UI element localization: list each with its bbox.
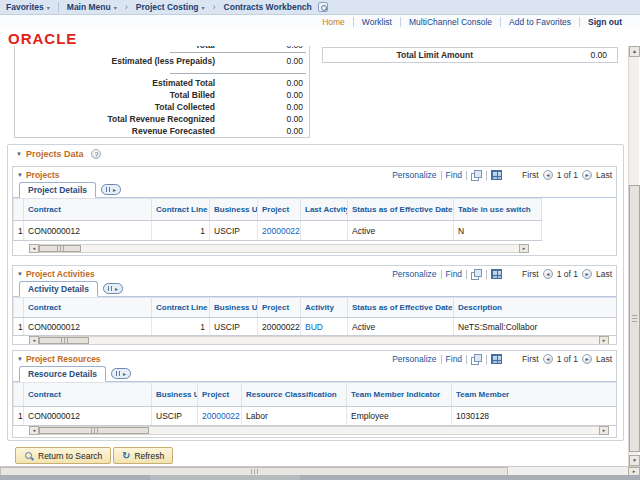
next-row-button[interactable]: ▸ [582, 170, 592, 180]
scroll-left-button[interactable]: ◂ [29, 244, 39, 253]
column-header-description[interactable]: Description [454, 298, 617, 318]
divider [441, 270, 442, 279]
column-header-project[interactable]: Project [258, 298, 301, 318]
column-header-contract[interactable]: Contract [24, 298, 152, 318]
previous-row-button[interactable]: ◂ [543, 269, 553, 279]
show-all-columns-icon[interactable]: ▸ [101, 184, 121, 195]
tab-project-details[interactable]: Project Details [19, 182, 96, 198]
tab-resource-details[interactable]: Resource Details [19, 366, 106, 382]
find-link[interactable]: Find [446, 170, 463, 180]
scroll-right-button[interactable]: ▸ [599, 426, 609, 435]
column-header-table-in-use-switch[interactable]: Table in use switch [454, 199, 542, 221]
activity-link[interactable]: BUD [305, 322, 323, 332]
scrollbar-thumb[interactable] [39, 337, 89, 344]
next-row-button[interactable]: ▸ [582, 269, 592, 279]
refresh-label: Refresh [134, 451, 164, 461]
cell-business-unit: USCIP [210, 318, 258, 336]
column-header-project[interactable]: Project [258, 199, 301, 221]
collapse-triangle-icon[interactable]: ▼ [16, 151, 22, 157]
total-collected-row: Total Collected 0.00 [15, 101, 309, 113]
scroll-left-button[interactable]: ◂ [29, 426, 39, 435]
multichannel-console-link[interactable]: MultiChannel Console [401, 17, 500, 27]
right-arrow-icon: ▸ [633, 469, 636, 474]
personalize-link[interactable]: Personalize [392, 170, 436, 180]
tab-activity-details[interactable]: Activity Details [19, 281, 98, 297]
column-header-contract-line-num[interactable]: Contract Line Num [152, 199, 210, 221]
return-to-search-button[interactable]: Return to Search [15, 447, 111, 464]
first-label[interactable]: First [522, 269, 539, 279]
breadcrumb-search-icon[interactable] [318, 2, 328, 12]
cell-table-in-use-switch: N [454, 221, 542, 241]
collapse-triangle-icon[interactable]: ▼ [17, 172, 23, 178]
column-header-activity[interactable]: Activity [301, 298, 348, 318]
collapse-triangle-icon[interactable]: ▼ [17, 356, 23, 362]
column-header-contract[interactable]: Contract [24, 199, 152, 221]
show-all-columns-icon[interactable]: ▸ [111, 368, 131, 379]
amount-summary-panel: Total 0.00 Estimated (less Prepaids) 0.0… [14, 46, 310, 138]
column-header-contract-line-num[interactable]: Contract Line Num [152, 298, 210, 318]
refresh-button[interactable]: ↻ Refresh [113, 447, 173, 464]
row-count: 1 of 1 [557, 170, 578, 180]
scrollbar-thumb[interactable] [629, 185, 640, 452]
first-label[interactable]: First [522, 170, 539, 180]
activities-tab-row: Activity Details ▸ [13, 281, 616, 297]
column-header-resource-classification[interactable]: Resource Classification [242, 383, 347, 407]
scroll-right-button[interactable]: ▸ [599, 336, 609, 345]
personalize-link[interactable]: Personalize [392, 354, 436, 364]
breadcrumb-contracts-workbench[interactable]: Contracts Workbench [218, 2, 334, 12]
add-to-favorites-link[interactable]: Add to Favorites [501, 17, 579, 27]
contracts-workbench-label: Contracts Workbench [224, 2, 312, 12]
column-header-business-unit[interactable]: Business Unit [152, 383, 198, 407]
download-to-excel-icon[interactable] [491, 269, 502, 279]
previous-row-button[interactable]: ◂ [543, 170, 553, 180]
project-link[interactable]: 20000022 [262, 226, 300, 236]
column-header-business-unit[interactable]: Business Unit [210, 298, 258, 318]
strip-segment [300, 475, 640, 480]
last-label[interactable]: Last [596, 354, 612, 364]
home-link[interactable]: Home [314, 17, 353, 27]
scroll-down-button[interactable]: ▼ [629, 455, 640, 466]
row-count: 1 of 1 [557, 269, 578, 279]
scrollbar-thumb[interactable] [39, 245, 81, 252]
horizontal-scrollbar: ▸ [0, 466, 640, 475]
column-header-last-actvity-id[interactable]: Last Actvity ID [301, 199, 348, 221]
last-label[interactable]: Last [596, 170, 612, 180]
download-to-excel-icon[interactable] [491, 170, 502, 180]
scroll-left-button[interactable]: ◂ [29, 336, 39, 345]
left-arrow-icon: ◂ [33, 428, 36, 433]
column-header-status[interactable]: Status as of Effective Date [348, 199, 454, 221]
view-all-icon[interactable] [471, 170, 482, 180]
breadcrumb-project-costing[interactable]: Project Costing ▾ [130, 2, 211, 12]
column-header-project[interactable]: Project [198, 383, 242, 407]
scroll-up-button[interactable]: ▲ [629, 46, 640, 57]
show-all-columns-icon[interactable]: ▸ [103, 283, 123, 294]
previous-row-button[interactable]: ◂ [543, 354, 553, 364]
find-link[interactable]: Find [446, 269, 463, 279]
projects-tab-row: Project Details ▸ [13, 182, 616, 198]
personalize-link[interactable]: Personalize [392, 269, 436, 279]
collapse-triangle-icon[interactable]: ▼ [17, 271, 23, 277]
cell-contract: CON0000012 [24, 407, 152, 426]
favorites-menu[interactable]: Favorites ▾ [0, 2, 56, 12]
column-header-contract[interactable]: Contract [24, 383, 152, 407]
column-header-business-unit[interactable]: Business Unit [210, 199, 258, 221]
download-to-excel-icon[interactable] [491, 354, 502, 364]
column-header-team-member[interactable]: Team Member [452, 383, 617, 407]
view-all-icon[interactable] [471, 354, 482, 364]
sign-out-link[interactable]: Sign out [580, 17, 630, 27]
column-header-status[interactable]: Status as of Effective Date [348, 298, 454, 318]
column-header-team-member-indicator[interactable]: Team Member Indicator [347, 383, 452, 407]
worklist-link[interactable]: Worklist [354, 17, 400, 27]
view-all-icon[interactable] [471, 269, 482, 279]
last-label[interactable]: Last [596, 269, 612, 279]
main-menu[interactable]: Main Menu ▾ [61, 2, 123, 12]
project-link[interactable]: 20000022 [202, 411, 240, 421]
scroll-right-button[interactable]: ▸ [519, 244, 529, 253]
find-link[interactable]: Find [446, 354, 463, 364]
breadcrumb: Favorites ▾ Main Menu ▾ › Project Costin… [0, 0, 640, 15]
scrollbar-thumb[interactable] [39, 427, 149, 434]
total-limit-amount-panel: Total Limit Amount 0.00 [322, 47, 618, 63]
next-row-button[interactable]: ▸ [582, 354, 592, 364]
first-label[interactable]: First [522, 354, 539, 364]
help-icon[interactable]: ? [91, 149, 101, 159]
